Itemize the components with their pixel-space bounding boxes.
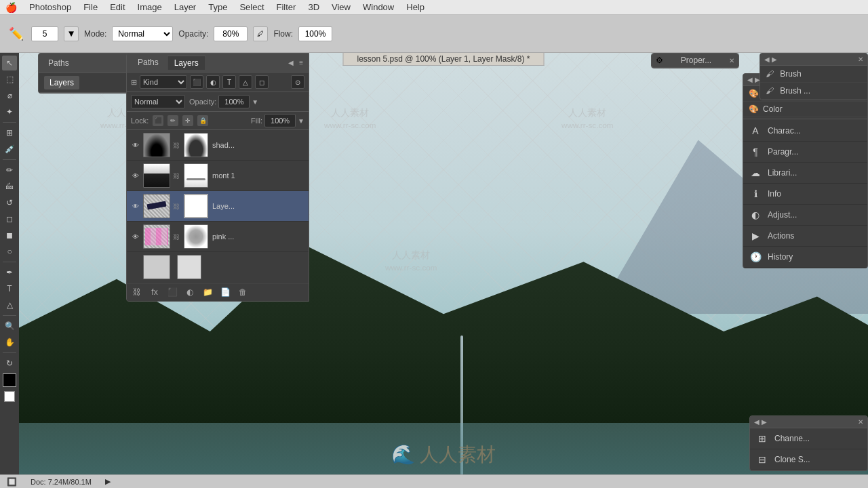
bottom-right-expand[interactable]: ◀ ▶	[754, 418, 767, 426]
foreground-color[interactable]	[3, 373, 16, 387]
status-arrow-right[interactable]: ▶	[105, 477, 111, 486]
add-mask-btn[interactable]: ⬛	[166, 286, 178, 298]
folder-btn[interactable]: 📁	[201, 286, 214, 298]
magic-wand-tool[interactable]: ✦	[2, 104, 17, 119]
panel-menu-button[interactable]: ≡	[298, 58, 304, 68]
filter-pixel-btn[interactable]: ⬛	[190, 75, 203, 89]
background-color[interactable]	[4, 391, 15, 402]
actions-item[interactable]: ▶ Actions	[743, 226, 867, 247]
rotate-tool[interactable]: ↻	[2, 356, 17, 371]
layer-eye-pink[interactable]: 👁	[131, 232, 140, 241]
new-layer-btn[interactable]: 📄	[219, 286, 231, 298]
opacity-dropdown-btn[interactable]: ▼	[252, 98, 258, 106]
opacity-input[interactable]	[214, 26, 248, 41]
menu-photoshop[interactable]: Photoshop	[24, 1, 77, 14]
layer-eye-mountain[interactable]: 👁	[131, 171, 140, 180]
lock-paint-btn[interactable]: ✏	[167, 115, 178, 126]
move-tool[interactable]: ↖	[2, 56, 17, 70]
delete-layer-btn[interactable]: 🗑	[237, 286, 249, 298]
fill-value-input[interactable]	[264, 114, 296, 127]
panel-minimize-button[interactable]: ◀	[287, 58, 295, 68]
layers-small-layers-tab[interactable]: Layers	[44, 76, 79, 89]
info-item[interactable]: ℹ Info	[743, 184, 867, 205]
paths-small-tab[interactable]: Paths	[43, 56, 75, 70]
layer-eye-layer1[interactable]: 👁	[131, 201, 140, 211]
right-panels-expand[interactable]: ◀ ▶	[747, 76, 760, 83]
adjustment-btn[interactable]: ◐	[184, 286, 196, 298]
crop-tool[interactable]: ⊞	[2, 125, 17, 140]
shape-tool[interactable]: △	[2, 298, 17, 312]
layer-row-shadow[interactable]: 👁 ⛓ shad...	[127, 130, 309, 161]
opacity-value-input[interactable]	[218, 95, 250, 108]
menu-type[interactable]: Type	[203, 1, 233, 14]
document-title[interactable]: lesson 5.psd @ 100% (Layer 1, Layer Mask…	[343, 53, 545, 66]
menu-select[interactable]: Select	[234, 1, 269, 14]
blend-mode-select[interactable]: Normal Multiply	[131, 95, 185, 108]
menu-edit[interactable]: Edit	[104, 1, 130, 14]
eyedropper-tool[interactable]: 💉	[2, 142, 17, 157]
history-item[interactable]: 🕐 History	[743, 247, 867, 268]
layer-row-layer1[interactable]: 👁 ⛓ Laye...	[127, 191, 309, 222]
clone-source-item[interactable]: ⊟ Clone S...	[750, 449, 867, 470]
filter-kind-select[interactable]: Kind	[140, 75, 187, 89]
channels-item[interactable]: ⊞ Channe...	[750, 428, 867, 449]
brush-settings-item[interactable]: 🖌 Brush ...	[760, 83, 867, 100]
menu-file[interactable]: File	[78, 1, 103, 14]
lock-all-btn[interactable]: 🔒	[197, 115, 208, 126]
filter-shape-btn[interactable]: △	[239, 75, 252, 89]
layer-eye-shadow[interactable]: 👁	[131, 140, 140, 150]
bottom-right-close[interactable]: ✕	[858, 418, 863, 426]
hand-tool[interactable]: ✋	[2, 335, 17, 350]
paths-main-tab[interactable]: Paths	[131, 56, 165, 70]
type-tool[interactable]: T	[2, 281, 17, 296]
brush-expand-btn[interactable]: ◀ ▶	[764, 56, 777, 63]
clone-stamp-tool[interactable]: 🖮	[2, 179, 17, 194]
link-layers-btn[interactable]: ⛓	[131, 286, 143, 298]
dodge-tool[interactable]: ○	[2, 244, 17, 259]
filter-toggle-btn[interactable]: ⊙	[291, 75, 304, 89]
lasso-tool[interactable]: ⌀	[2, 88, 17, 103]
layer-row-extra[interactable]	[127, 252, 309, 283]
brush-picker-button[interactable]: ▼	[64, 26, 79, 41]
status-arrow-left[interactable]: 🔲	[7, 477, 17, 487]
fill-dropdown-btn[interactable]: ▼	[298, 117, 304, 125]
color-item[interactable]: 🎨 Color	[743, 102, 867, 117]
layer-row-mountain[interactable]: 👁 ⛓ mont 1	[127, 161, 309, 191]
opacity-toggle-button[interactable]: 🖊	[253, 26, 268, 41]
menu-image[interactable]: Image	[132, 1, 167, 14]
eraser-tool[interactable]: ◻	[2, 211, 17, 226]
adjust-item[interactable]: ◐ Adjust...	[743, 205, 867, 226]
menu-help[interactable]: Help	[401, 1, 430, 14]
gradient-tool[interactable]: ◼	[2, 228, 17, 243]
menu-filter[interactable]: Filter	[271, 1, 302, 14]
pen-tool[interactable]: ✒	[2, 265, 17, 280]
menu-window[interactable]: Window	[357, 1, 399, 14]
brush-item[interactable]: 🖌 Brush	[760, 66, 867, 83]
layer-eye-extra[interactable]	[131, 262, 140, 272]
menu-3d[interactable]: 3D	[302, 1, 325, 14]
layer-fx-btn[interactable]: fx	[149, 286, 161, 298]
filter-adj-btn[interactable]: ◐	[206, 75, 220, 89]
properties-close[interactable]: ✕	[729, 57, 734, 64]
layers-main-tab[interactable]: Layers	[167, 56, 206, 70]
layer-row-pink[interactable]: 👁 ⛓ pink ...	[127, 222, 309, 252]
history-brush-tool[interactable]: ↺	[2, 195, 17, 210]
selection-tool[interactable]: ⬚	[2, 72, 17, 87]
lock-position-btn[interactable]: ✛	[182, 115, 193, 126]
charac-item[interactable]: A Charac...	[743, 121, 867, 142]
apple-menu[interactable]: 🍎	[5, 2, 17, 13]
brush-close[interactable]: ✕	[858, 56, 863, 63]
brush-tool[interactable]: ✏	[2, 163, 17, 178]
menu-view[interactable]: View	[326, 1, 356, 14]
mode-select[interactable]: Normal Multiply Screen	[112, 26, 173, 41]
menu-layer[interactable]: Layer	[169, 1, 202, 14]
flow-input[interactable]	[298, 26, 332, 41]
paragr-item[interactable]: ¶ Paragr...	[743, 142, 867, 163]
filter-type-btn[interactable]: T	[222, 75, 236, 89]
zoom-tool[interactable]: 🔍	[2, 319, 17, 333]
brush-tool-icon[interactable]: ✏️	[7, 24, 26, 43]
brush-size-input[interactable]	[31, 26, 58, 41]
filter-smart-btn[interactable]: ◻	[255, 75, 269, 89]
librari-item[interactable]: ☁ Librari...	[743, 163, 867, 184]
lock-pixel-btn[interactable]: ⬛	[153, 115, 163, 126]
